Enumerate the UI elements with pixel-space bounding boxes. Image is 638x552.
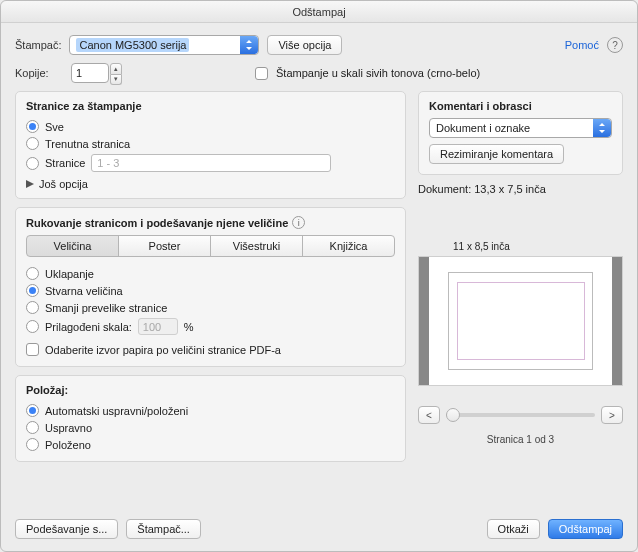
help-icon[interactable]: ? xyxy=(607,37,623,53)
page-setup-button[interactable]: Podešavanje s... xyxy=(15,519,118,539)
size-mode-tabs: Veličina Poster Višestruki Knjižica xyxy=(26,235,395,257)
tab-poster[interactable]: Poster xyxy=(118,235,211,257)
print-button[interactable]: Odštampaj xyxy=(548,519,623,539)
next-page-button[interactable]: > xyxy=(601,406,623,424)
more-options-button[interactable]: Više opcija xyxy=(267,35,342,55)
pages-panel: Stranice za štampanje Sve Trenutna stran… xyxy=(15,91,406,199)
print-preview xyxy=(418,256,623,386)
pages-title: Stranice za štampanje xyxy=(26,100,395,112)
orientation-title: Položaj: xyxy=(26,384,395,396)
doc-size-label: Dokument: 13,3 x 7,5 inča xyxy=(418,183,623,195)
shrink-radio[interactable] xyxy=(26,301,39,314)
grayscale-checkbox[interactable] xyxy=(255,67,268,80)
grayscale-label: Štampanje u skali sivih tonova (crno-bel… xyxy=(276,67,480,79)
comments-select[interactable]: Dokument i oznake xyxy=(429,118,612,138)
titlebar: Odštampaj xyxy=(1,1,637,23)
page-slider[interactable] xyxy=(446,413,595,417)
more-options-disclosure[interactable]: Još opcija xyxy=(26,178,395,190)
tab-multiple[interactable]: Višestruki xyxy=(210,235,303,257)
custom-scale-input[interactable]: 100 xyxy=(138,318,178,335)
tab-booklet[interactable]: Knjižica xyxy=(302,235,395,257)
actual-size-radio[interactable] xyxy=(26,284,39,297)
window-title: Odštampaj xyxy=(292,6,345,18)
chevron-up-icon[interactable]: ▴ xyxy=(110,63,122,75)
pages-range-input[interactable]: 1 - 3 xyxy=(91,154,331,172)
orientation-landscape-radio[interactable] xyxy=(26,438,39,451)
printer-settings-button[interactable]: Štampač... xyxy=(126,519,201,539)
prev-page-button[interactable]: < xyxy=(418,406,440,424)
page-indicator: Stranica 1 od 3 xyxy=(418,434,623,445)
print-dialog: Odštampaj Štampač: Canon MG5300 serija V… xyxy=(0,0,638,552)
comments-panel: Komentari i obrasci Dokument i oznake Re… xyxy=(418,91,623,175)
cancel-button[interactable]: Otkaži xyxy=(487,519,540,539)
copies-input[interactable]: 1 ▴ ▾ xyxy=(71,63,109,83)
chevron-down-icon[interactable]: ▾ xyxy=(110,75,122,86)
paper-size-label: 11 x 8,5 inča xyxy=(418,241,623,252)
info-icon[interactable]: i xyxy=(292,216,305,229)
pages-range-radio[interactable] xyxy=(26,157,39,170)
comments-title: Komentari i obrasci xyxy=(429,100,612,112)
printer-value: Canon MG5300 serija xyxy=(76,38,189,52)
orientation-auto-radio[interactable] xyxy=(26,404,39,417)
summarize-comments-button[interactable]: Rezimiranje komentara xyxy=(429,144,564,164)
paper-source-checkbox[interactable] xyxy=(26,343,39,356)
pages-current-radio[interactable] xyxy=(26,137,39,150)
help-link[interactable]: Pomoć xyxy=(565,39,599,51)
chevron-updown-icon xyxy=(240,36,258,54)
chevron-updown-icon xyxy=(593,119,611,137)
orientation-panel: Položaj: Automatski uspravni/položeni Us… xyxy=(15,375,406,462)
fit-radio[interactable] xyxy=(26,267,39,280)
pages-all-radio[interactable] xyxy=(26,120,39,133)
tab-size[interactable]: Veličina xyxy=(26,235,119,257)
copies-label: Kopije: xyxy=(15,67,63,79)
handling-panel: Rukovanje stranicom i podešavanje njene … xyxy=(15,207,406,367)
preview-page xyxy=(448,272,593,370)
custom-scale-radio[interactable] xyxy=(26,320,39,333)
handling-title: Rukovanje stranicom i podešavanje njene … xyxy=(26,217,288,229)
copies-stepper[interactable]: ▴ ▾ xyxy=(110,63,122,85)
printer-select[interactable]: Canon MG5300 serija xyxy=(69,35,259,55)
orientation-portrait-radio[interactable] xyxy=(26,421,39,434)
printer-label: Štampač: xyxy=(15,39,61,51)
